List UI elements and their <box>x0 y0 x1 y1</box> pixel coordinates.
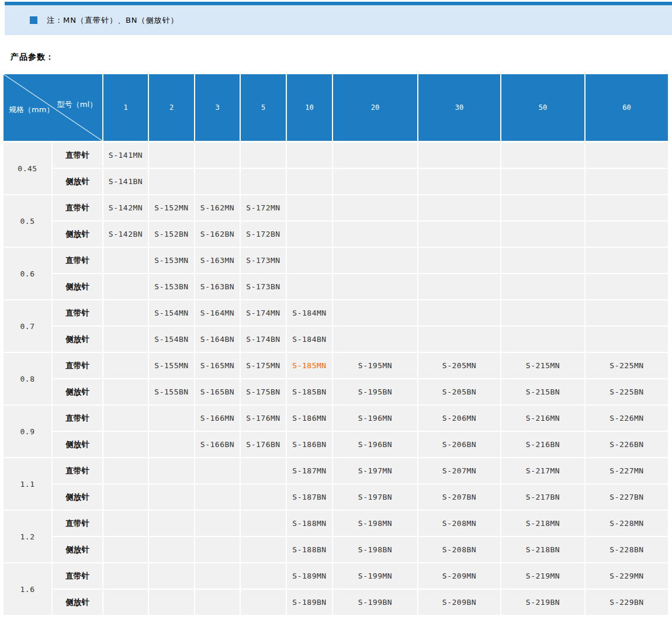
table-row: 侧放针S-166BNS-176BNS-186BNS-196BNS-206BNS-… <box>4 432 669 458</box>
model-cell: S-208BN <box>418 537 501 563</box>
model-cell: S-166MN <box>195 406 241 432</box>
model-cell: S-186BN <box>287 432 333 458</box>
model-cell: S-187BN <box>287 484 333 511</box>
product-parameters-table: 规格（mm） 型号（ml） 12351020305060 0.45直带针S-14… <box>4 74 669 616</box>
empty-cell <box>287 195 333 221</box>
model-cell: S-229MN <box>586 563 669 590</box>
model-cell: S-142MN <box>103 195 149 221</box>
model-cell: S-186MN <box>287 406 333 432</box>
empty-cell <box>501 300 586 327</box>
empty-cell <box>241 590 287 616</box>
model-cell: S-164MN <box>195 300 241 327</box>
corner-spec-label: 规格（mm） <box>9 105 54 115</box>
model-cell: S-141BN <box>103 169 149 195</box>
empty-cell <box>333 169 418 195</box>
model-cell: S-189MN <box>287 563 333 590</box>
spec-cell: 0.8 <box>4 353 53 406</box>
model-cell: S-184BN <box>287 327 333 353</box>
model-cell: S-142BN <box>103 221 149 248</box>
empty-cell <box>103 458 149 484</box>
empty-cell <box>241 458 287 484</box>
table-row: 0.6直带针S-153MNS-163MNS-173MN <box>4 248 669 274</box>
table-row: 0.45直带针S-141MN <box>4 143 669 169</box>
model-cell: S-228BN <box>586 537 669 563</box>
empty-cell <box>195 484 241 511</box>
model-cell: S-226BN <box>586 432 669 458</box>
needle-type-cell: 直带针 <box>53 195 103 221</box>
empty-cell <box>501 169 586 195</box>
empty-cell <box>103 432 149 458</box>
model-cell: S-162BN <box>195 221 241 248</box>
empty-cell <box>103 327 149 353</box>
empty-cell <box>333 221 418 248</box>
empty-cell <box>287 274 333 300</box>
model-cell: S-185MN <box>287 353 333 379</box>
model-cell: S-162MN <box>195 195 241 221</box>
needle-type-cell: 侧放针 <box>53 327 103 353</box>
model-cell: S-154MN <box>149 300 195 327</box>
model-cell: S-187MN <box>287 458 333 484</box>
model-cell: S-174BN <box>241 327 287 353</box>
empty-cell <box>149 484 195 511</box>
empty-cell <box>586 248 669 274</box>
table-row: 侧放针S-153BNS-163BNS-173BN <box>4 274 669 300</box>
model-cell: S-141MN <box>103 143 149 169</box>
needle-type-cell: 直带针 <box>53 406 103 432</box>
empty-cell <box>586 195 669 221</box>
model-cell: S-172BN <box>241 221 287 248</box>
empty-cell <box>586 221 669 248</box>
model-cell: S-207BN <box>418 484 501 511</box>
table-row: 侧放针S-187BNS-197BNS-207BNS-217BNS-227BN <box>4 484 669 511</box>
table-row: 侧放针S-188BNS-198BNS-208BNS-218BNS-228BN <box>4 537 669 563</box>
empty-cell <box>418 195 501 221</box>
empty-cell <box>103 248 149 274</box>
model-cell: S-215MN <box>501 353 586 379</box>
needle-type-cell: 直带针 <box>53 300 103 327</box>
table-row: 侧放针S-141BN <box>4 169 669 195</box>
empty-cell <box>586 169 669 195</box>
column-header: 2 <box>149 74 195 143</box>
empty-cell <box>103 484 149 511</box>
model-cell: S-196MN <box>333 406 418 432</box>
empty-cell <box>418 327 501 353</box>
empty-cell <box>195 537 241 563</box>
model-cell: S-152BN <box>149 221 195 248</box>
empty-cell <box>418 274 501 300</box>
empty-cell <box>241 537 287 563</box>
empty-cell <box>195 143 241 169</box>
table-row: 1.1直带针S-187MNS-197MNS-207MNS-217MNS-227M… <box>4 458 669 484</box>
empty-cell <box>287 248 333 274</box>
spec-cell: 1.2 <box>4 511 53 563</box>
empty-cell <box>501 274 586 300</box>
empty-cell <box>103 406 149 432</box>
spec-cell: 1.1 <box>4 458 53 511</box>
model-cell: S-198MN <box>333 511 418 537</box>
empty-cell <box>195 458 241 484</box>
model-cell: S-225MN <box>586 353 669 379</box>
empty-cell <box>149 169 195 195</box>
note-banner: 注：MN（直带针）、BN（侧放针） <box>5 5 672 35</box>
model-cell: S-216MN <box>501 406 586 432</box>
table-row: 0.8直带针S-155MNS-165MNS-175MNS-185MNS-195M… <box>4 353 669 379</box>
empty-cell <box>418 248 501 274</box>
model-cell: S-165BN <box>195 379 241 406</box>
needle-type-cell: 侧放针 <box>53 379 103 406</box>
model-cell: S-185BN <box>287 379 333 406</box>
model-cell: S-208MN <box>418 511 501 537</box>
empty-cell <box>418 300 501 327</box>
model-cell: S-175MN <box>241 353 287 379</box>
empty-cell <box>149 590 195 616</box>
spec-cell: 0.9 <box>4 406 53 458</box>
model-cell: S-176MN <box>241 406 287 432</box>
model-cell: S-172MN <box>241 195 287 221</box>
empty-cell <box>103 379 149 406</box>
empty-cell <box>586 143 669 169</box>
model-cell: S-153MN <box>149 248 195 274</box>
model-link[interactable]: S-185MN <box>292 361 326 370</box>
spec-cell: 0.7 <box>4 300 53 353</box>
table-row: 侧放针S-189BNS-199BNS-209BNS-219BNS-229BN <box>4 590 669 616</box>
needle-type-cell: 侧放针 <box>53 484 103 511</box>
model-cell: S-197BN <box>333 484 418 511</box>
model-cell: S-207MN <box>418 458 501 484</box>
empty-cell <box>586 327 669 353</box>
